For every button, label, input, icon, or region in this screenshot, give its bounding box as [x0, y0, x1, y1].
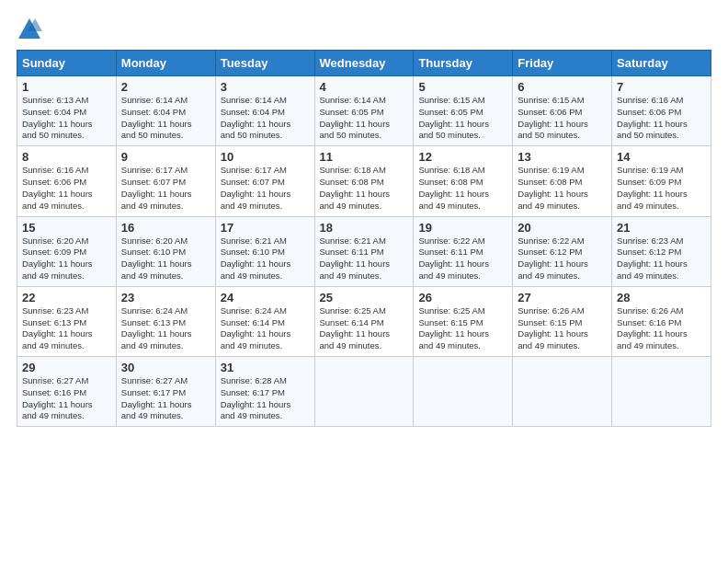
day-info: Sunrise: 6:27 AMSunset: 6:16 PMDaylight:…	[22, 375, 111, 422]
day-info: Sunrise: 6:20 AMSunset: 6:10 PMDaylight:…	[121, 236, 210, 282]
day-info: Sunrise: 6:21 AMSunset: 6:11 PMDaylight:…	[320, 236, 409, 282]
calendar-body: 1Sunrise: 6:13 AMSunset: 6:04 PMDaylight…	[17, 76, 711, 427]
day-number: 9	[121, 150, 210, 164]
calendar-cell: 27Sunrise: 6:26 AMSunset: 6:15 PMDayligh…	[513, 286, 612, 356]
header-day-saturday: Saturday	[612, 51, 711, 76]
day-number: 15	[22, 221, 111, 235]
day-info: Sunrise: 6:16 AMSunset: 6:06 PMDaylight:…	[617, 95, 706, 142]
calendar-cell: 9Sunrise: 6:17 AMSunset: 6:07 PMDaylight…	[116, 146, 215, 216]
day-number: 25	[320, 291, 409, 304]
calendar-cell: 18Sunrise: 6:21 AMSunset: 6:11 PMDayligh…	[314, 216, 414, 286]
header-day-friday: Friday	[513, 51, 612, 76]
calendar-header: SundayMondayTuesdayWednesdayThursdayFrid…	[17, 51, 711, 76]
day-number: 20	[518, 221, 607, 235]
day-info: Sunrise: 6:14 AMSunset: 6:04 PMDaylight:…	[121, 95, 210, 142]
day-number: 2	[121, 80, 210, 94]
day-number: 23	[121, 291, 210, 304]
calendar-cell: 22Sunrise: 6:23 AMSunset: 6:13 PMDayligh…	[17, 286, 117, 356]
day-number: 18	[320, 221, 409, 235]
day-number: 10	[221, 150, 310, 164]
day-info: Sunrise: 6:14 AMSunset: 6:05 PMDaylight:…	[320, 95, 409, 142]
calendar-cell: 31Sunrise: 6:28 AMSunset: 6:17 PMDayligh…	[215, 357, 314, 427]
calendar-cell: 26Sunrise: 6:25 AMSunset: 6:15 PMDayligh…	[414, 286, 513, 356]
header-day-sunday: Sunday	[17, 51, 117, 76]
calendar-cell: 11Sunrise: 6:18 AMSunset: 6:08 PMDayligh…	[314, 146, 414, 216]
calendar-table: SundayMondayTuesdayWednesdayThursdayFrid…	[17, 50, 711, 427]
day-number: 7	[617, 80, 706, 94]
day-number: 19	[418, 221, 507, 235]
day-info: Sunrise: 6:20 AMSunset: 6:09 PMDaylight:…	[22, 236, 111, 282]
header-day-wednesday: Wednesday	[314, 51, 414, 76]
day-number: 26	[418, 291, 507, 304]
calendar-week-2: 15Sunrise: 6:20 AMSunset: 6:09 PMDayligh…	[17, 216, 711, 286]
day-info: Sunrise: 6:13 AMSunset: 6:04 PMDaylight:…	[22, 95, 111, 142]
header-day-thursday: Thursday	[414, 51, 513, 76]
calendar-cell: 7Sunrise: 6:16 AMSunset: 6:06 PMDaylight…	[612, 76, 711, 146]
day-info: Sunrise: 6:23 AMSunset: 6:12 PMDaylight:…	[617, 236, 706, 282]
day-number: 12	[418, 150, 507, 164]
day-number: 30	[121, 361, 210, 374]
day-number: 17	[221, 221, 310, 235]
calendar-cell	[612, 357, 711, 427]
calendar-cell: 4Sunrise: 6:14 AMSunset: 6:05 PMDaylight…	[314, 76, 414, 146]
calendar-cell: 20Sunrise: 6:22 AMSunset: 6:12 PMDayligh…	[513, 216, 612, 286]
calendar-cell: 1Sunrise: 6:13 AMSunset: 6:04 PMDaylight…	[17, 76, 117, 146]
day-number: 8	[22, 150, 111, 164]
day-number: 29	[22, 361, 111, 374]
logo	[17, 17, 46, 42]
day-info: Sunrise: 6:14 AMSunset: 6:04 PMDaylight:…	[221, 95, 310, 142]
day-number: 5	[418, 80, 507, 94]
calendar-cell: 6Sunrise: 6:15 AMSunset: 6:06 PMDaylight…	[513, 76, 612, 146]
day-number: 4	[320, 80, 409, 94]
calendar-cell	[513, 357, 612, 427]
day-info: Sunrise: 6:26 AMSunset: 6:16 PMDaylight:…	[617, 305, 706, 352]
calendar-cell: 13Sunrise: 6:19 AMSunset: 6:08 PMDayligh…	[513, 146, 612, 216]
day-number: 6	[518, 80, 607, 94]
day-info: Sunrise: 6:18 AMSunset: 6:08 PMDaylight:…	[320, 165, 409, 212]
day-info: Sunrise: 6:23 AMSunset: 6:13 PMDaylight:…	[22, 305, 111, 352]
day-info: Sunrise: 6:22 AMSunset: 6:11 PMDaylight:…	[418, 236, 507, 282]
main-container: SundayMondayTuesdayWednesdayThursdayFrid…	[0, 0, 728, 436]
day-number: 28	[617, 291, 706, 304]
day-info: Sunrise: 6:18 AMSunset: 6:08 PMDaylight:…	[418, 165, 507, 212]
day-info: Sunrise: 6:17 AMSunset: 6:07 PMDaylight:…	[121, 165, 210, 212]
day-number: 31	[221, 361, 310, 374]
day-info: Sunrise: 6:19 AMSunset: 6:09 PMDaylight:…	[617, 165, 706, 212]
day-info: Sunrise: 6:22 AMSunset: 6:12 PMDaylight:…	[518, 236, 607, 282]
calendar-cell: 21Sunrise: 6:23 AMSunset: 6:12 PMDayligh…	[612, 216, 711, 286]
header-day-tuesday: Tuesday	[215, 51, 314, 76]
calendar-cell: 28Sunrise: 6:26 AMSunset: 6:16 PMDayligh…	[612, 286, 711, 356]
calendar-cell: 14Sunrise: 6:19 AMSunset: 6:09 PMDayligh…	[612, 146, 711, 216]
calendar-cell: 29Sunrise: 6:27 AMSunset: 6:16 PMDayligh…	[17, 357, 117, 427]
day-info: Sunrise: 6:15 AMSunset: 6:06 PMDaylight:…	[518, 95, 607, 142]
header-row-days: SundayMondayTuesdayWednesdayThursdayFrid…	[17, 51, 711, 76]
calendar-cell: 30Sunrise: 6:27 AMSunset: 6:17 PMDayligh…	[116, 357, 215, 427]
calendar-cell: 17Sunrise: 6:21 AMSunset: 6:10 PMDayligh…	[215, 216, 314, 286]
calendar-cell: 23Sunrise: 6:24 AMSunset: 6:13 PMDayligh…	[116, 286, 215, 356]
header-day-monday: Monday	[116, 51, 215, 76]
day-number: 14	[617, 150, 706, 164]
day-info: Sunrise: 6:19 AMSunset: 6:08 PMDaylight:…	[518, 165, 607, 212]
logo-icon	[17, 17, 42, 42]
day-number: 1	[22, 80, 111, 94]
day-info: Sunrise: 6:21 AMSunset: 6:10 PMDaylight:…	[221, 236, 310, 282]
calendar-cell: 15Sunrise: 6:20 AMSunset: 6:09 PMDayligh…	[17, 216, 117, 286]
day-info: Sunrise: 6:25 AMSunset: 6:15 PMDaylight:…	[418, 305, 507, 352]
calendar-cell: 25Sunrise: 6:25 AMSunset: 6:14 PMDayligh…	[314, 286, 414, 356]
calendar-cell: 8Sunrise: 6:16 AMSunset: 6:06 PMDaylight…	[17, 146, 117, 216]
day-number: 22	[22, 291, 111, 304]
header-row	[17, 17, 711, 42]
day-info: Sunrise: 6:16 AMSunset: 6:06 PMDaylight:…	[22, 165, 111, 212]
calendar-cell: 3Sunrise: 6:14 AMSunset: 6:04 PMDaylight…	[215, 76, 314, 146]
day-info: Sunrise: 6:26 AMSunset: 6:15 PMDaylight:…	[518, 305, 607, 352]
calendar-cell: 5Sunrise: 6:15 AMSunset: 6:05 PMDaylight…	[414, 76, 513, 146]
day-info: Sunrise: 6:25 AMSunset: 6:14 PMDaylight:…	[320, 305, 409, 352]
calendar-cell: 24Sunrise: 6:24 AMSunset: 6:14 PMDayligh…	[215, 286, 314, 356]
day-number: 27	[518, 291, 607, 304]
calendar-cell	[314, 357, 414, 427]
day-number: 13	[518, 150, 607, 164]
day-number: 16	[121, 221, 210, 235]
calendar-cell: 2Sunrise: 6:14 AMSunset: 6:04 PMDaylight…	[116, 76, 215, 146]
day-info: Sunrise: 6:24 AMSunset: 6:14 PMDaylight:…	[221, 305, 310, 352]
calendar-week-0: 1Sunrise: 6:13 AMSunset: 6:04 PMDaylight…	[17, 76, 711, 146]
